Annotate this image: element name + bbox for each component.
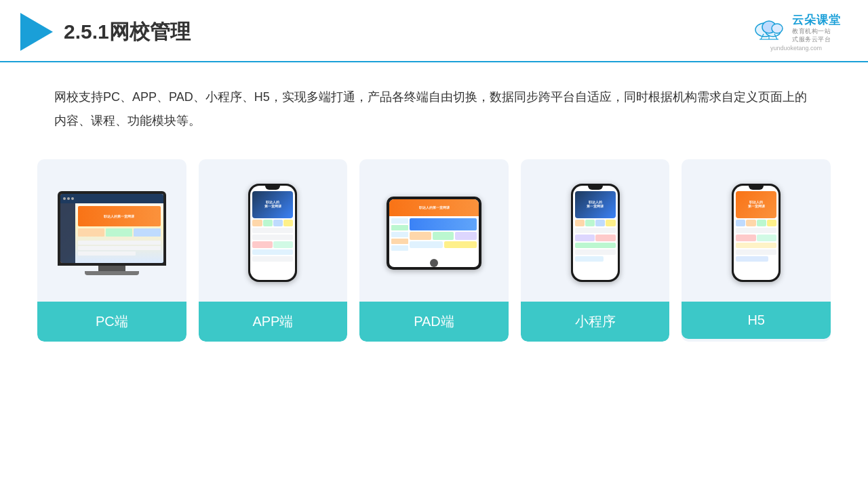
logo-triangle-icon — [20, 13, 53, 51]
card-miniprogram-image: 职达人的第一堂网课 — [521, 159, 670, 302]
card-app-label: APP端 — [199, 302, 348, 342]
header-left: 2.5.1网校管理 — [20, 13, 191, 51]
description-text: 网校支持PC、APP、PAD、小程序、H5，实现多端打通，产品各终端自由切换，数… — [0, 62, 868, 145]
card-miniprogram-label: 小程序 — [521, 302, 670, 342]
header: 2.5.1网校管理 云朵课堂 教育机构一站 式服务云平台 yundu — [0, 0, 868, 62]
card-h5-image: 职达人的第一堂网课 — [682, 159, 831, 302]
brand-text: 云朵课堂 教育机构一站 式服务云平台 — [792, 12, 841, 43]
phone-h5-mockup: 职达人的第一堂网课 — [732, 184, 781, 282]
page-title: 2.5.1网校管理 — [64, 18, 191, 46]
card-pc-image: 职达人的第一堂网课 — [37, 159, 186, 302]
pc-mockup: 职达人的第一堂网课 — [58, 191, 166, 275]
card-h5: 职达人的第一堂网课 — [682, 159, 831, 342]
brand-logo: 云朵课堂 教育机构一站 式服务云平台 — [751, 12, 841, 43]
cards-container: 职达人的第一堂网课 — [0, 152, 868, 342]
phone-app-mockup: 职达人的第一堂网课 — [248, 184, 297, 282]
header-right: 云朵课堂 教育机构一站 式服务云平台 yunduoketang.com — [751, 12, 841, 52]
phone-mini-mockup: 职达人的第一堂网课 — [571, 184, 620, 282]
card-pad: 职达人的第一堂网课 — [359, 159, 509, 342]
svg-point-3 — [772, 24, 783, 33]
card-app: 职达人的第一堂网课 — [199, 159, 348, 342]
brand-name: 云朵课堂 — [792, 12, 841, 28]
card-miniprogram: 职达人的第一堂网课 — [521, 159, 670, 342]
card-h5-label: H5 — [682, 302, 831, 339]
card-pc-label: PC端 — [37, 302, 186, 342]
card-pad-image: 职达人的第一堂网课 — [359, 159, 509, 302]
card-pad-label: PAD端 — [359, 302, 509, 342]
cloud-icon — [751, 15, 787, 41]
brand-tagline: 教育机构一站 式服务云平台 — [792, 28, 841, 43]
card-pc: 职达人的第一堂网课 — [37, 159, 186, 342]
tablet-mockup: 职达人的第一堂网课 — [387, 197, 481, 270]
card-app-image: 职达人的第一堂网课 — [199, 159, 348, 302]
brand-url: yunduoketang.com — [770, 45, 822, 52]
